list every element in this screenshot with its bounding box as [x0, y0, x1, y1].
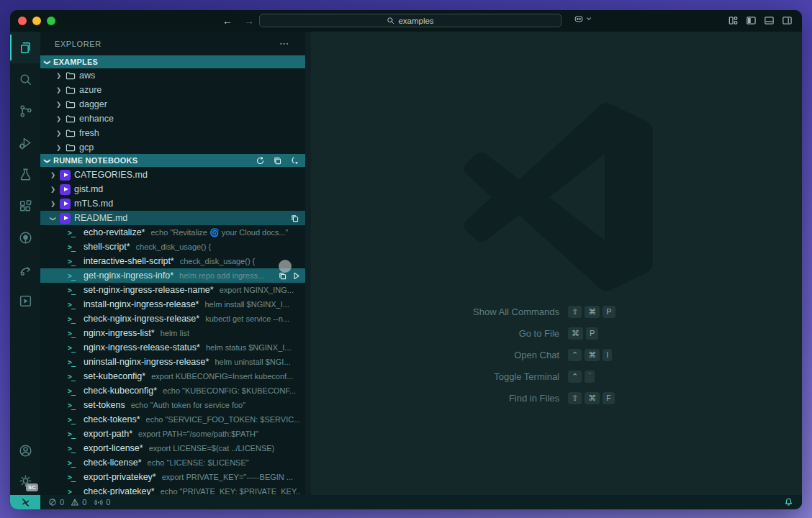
- minimize-button[interactable]: [32, 17, 41, 25]
- activity-source-control[interactable]: [10, 95, 40, 127]
- notebook-file-row[interactable]: gist.md: [40, 182, 305, 196]
- vscode-logo-watermark: [460, 101, 653, 294]
- folder-icon: [66, 114, 76, 123]
- notebook-cell-row[interactable]: check-privatekey* echo "PRIVATE_KEY: $PR…: [40, 484, 305, 495]
- cell-snippet: echo "LICENSE: $LICENSE": [148, 458, 249, 467]
- notebook-file-row[interactable]: CATEGORIES.md: [40, 168, 305, 182]
- more-actions-icon[interactable]: ⋯: [279, 38, 289, 49]
- search-icon: [387, 17, 394, 24]
- notebook-cell-row[interactable]: set-tokens echo "Auth token for service …: [40, 398, 305, 412]
- run-cell-icon[interactable]: [292, 271, 301, 281]
- share-arrow-icon: [18, 262, 33, 277]
- notebook-cell-row[interactable]: export-path* export PATH="/some/path:$PA…: [40, 427, 305, 441]
- desktop: { "titlebar": { "search_value": "example…: [0, 0, 812, 518]
- copy-icon[interactable]: [290, 214, 299, 223]
- activity-runme-deploy[interactable]: [10, 253, 40, 285]
- activity-extensions[interactable]: [10, 190, 40, 222]
- activity-account[interactable]: [10, 435, 40, 466]
- command-center-search[interactable]: examples: [259, 14, 561, 27]
- keycap: ⇧: [568, 306, 582, 318]
- section-runme-notebooks[interactable]: RUNME NOTEBOOKS: [40, 154, 305, 167]
- cell-name: check-kubeconfig*: [84, 386, 157, 396]
- copy-icon[interactable]: [273, 156, 282, 165]
- close-button[interactable]: [18, 17, 27, 25]
- notebook-cell-row[interactable]: check-license* echo "LICENSE: $LICENSE": [40, 455, 305, 470]
- notebook-cell-row[interactable]: check-nginx-ingress-release* kubectl get…: [40, 312, 305, 326]
- activity-runme-notebooks[interactable]: [10, 285, 40, 317]
- cell-snippet: echo "KUBECONFIG: $KUBECONF...: [163, 386, 296, 395]
- notebook-cell-row[interactable]: shell-script* check_disk_usage() {: [40, 240, 305, 254]
- activity-settings[interactable]: SC: [10, 466, 40, 495]
- folder-row[interactable]: fresh: [40, 126, 305, 140]
- sidebar-scrollbar[interactable]: [305, 32, 311, 495]
- keycap: F: [603, 392, 615, 404]
- remote-indicator[interactable]: [10, 495, 40, 509]
- ports-indicator[interactable]: 0: [94, 498, 110, 506]
- terminal-icon: [68, 488, 78, 496]
- notebook-cell-row[interactable]: set-kubeconfig* export KUBECONFIG=Insert…: [40, 369, 305, 383]
- notebook-cell-row[interactable]: set-nginx-ingress-release-name* export N…: [40, 283, 305, 297]
- terminal-icon: [68, 286, 78, 294]
- notebook-cell-row[interactable]: get-nginx-ingress-info* helm repo add in…: [40, 268, 305, 283]
- keycap: `: [585, 371, 595, 383]
- notifications-bell[interactable]: [784, 497, 793, 508]
- chevron-icon: [50, 200, 56, 207]
- folder-row[interactable]: enhance: [40, 112, 305, 126]
- notebook-cell-row[interactable]: export-license* export LICENSE=$(cat ../…: [40, 441, 305, 455]
- github-icon: [18, 230, 33, 245]
- activity-run-debug[interactable]: [10, 127, 40, 158]
- activity-search[interactable]: [10, 63, 40, 95]
- customize-layout-icon[interactable]: [728, 15, 739, 26]
- notebook-file-row[interactable]: mTLS.md: [40, 196, 305, 211]
- notebook-cell-row[interactable]: nginx-ingress-release-status* helm statu…: [40, 340, 305, 355]
- cell-name: shell-script*: [84, 242, 130, 252]
- file-actions: [290, 214, 299, 223]
- notebook-cell-row[interactable]: echo-revitalize* echo "Revitalize 🌀 your…: [40, 225, 305, 240]
- runme-file-icon: [60, 213, 71, 224]
- notebook-file-row[interactable]: README.md: [40, 211, 305, 225]
- cell-snippet: export PRIVATE_KEY="-----BEGIN ...: [162, 473, 293, 481]
- search-value: examples: [398, 17, 433, 25]
- section-runme-label: RUNME NOTEBOOKS: [53, 156, 137, 165]
- cell-name: interactive-shell-script*: [84, 256, 174, 266]
- folder-row[interactable]: azure: [40, 83, 305, 97]
- refresh-icon[interactable]: [256, 156, 265, 165]
- terminal-icon: [68, 315, 78, 323]
- notebook-cell-row[interactable]: check-kubeconfig* echo "KUBECONFIG: $KUB…: [40, 383, 305, 398]
- sidebar-explorer: EXPLORER ⋯ EXAMPLES aws azure dagger: [40, 32, 305, 495]
- activity-explorer[interactable]: [10, 32, 40, 63]
- folder-row[interactable]: aws: [40, 68, 305, 83]
- file-name: CATEGORIES.md: [74, 170, 148, 180]
- notebook-cell-row[interactable]: interactive-shell-script* check_disk_usa…: [40, 254, 305, 268]
- chevron-right-icon: [55, 86, 62, 94]
- activity-github[interactable]: [10, 222, 40, 253]
- notebook-cell-row[interactable]: install-nginx-ingress-release* helm inst…: [40, 297, 305, 312]
- shortcut-keys: ⇧⌘P: [568, 306, 802, 318]
- problems-indicator[interactable]: 0 0: [48, 498, 86, 506]
- notebook-cell-row[interactable]: nginx-ingress-list* helm list: [40, 326, 305, 340]
- notebook-cell-row[interactable]: export-privatekey* export PRIVATE_KEY="-…: [40, 470, 305, 484]
- terminal-icon: [68, 473, 78, 481]
- notebook-cell-row[interactable]: uninstall-nginx-ingress-release* helm un…: [40, 355, 305, 369]
- notebook-cell-row[interactable]: check-tokens* echo "SERVICE_FOO_TOKEN: $…: [40, 412, 305, 427]
- forward-icon[interactable]: →: [244, 15, 254, 27]
- folder-row[interactable]: dagger: [40, 97, 305, 112]
- shortcut-row: Open Chat ⌃⌘I: [325, 349, 802, 361]
- back-icon[interactable]: ←: [222, 15, 233, 27]
- zoom-button[interactable]: [47, 17, 55, 25]
- toggle-primary-sidebar-icon[interactable]: [746, 15, 757, 26]
- file-name: README.md: [74, 213, 127, 223]
- extensions-icon: [18, 199, 33, 214]
- cell-name: nginx-ingress-list*: [84, 328, 155, 338]
- folder-row[interactable]: gcp: [40, 140, 305, 154]
- activity-testing[interactable]: [10, 158, 40, 190]
- remote-icon: [21, 498, 30, 507]
- cell-snippet: echo "PRIVATE_KEY: $PRIVATE_KEY...": [161, 487, 301, 495]
- toggle-secondary-sidebar-icon[interactable]: [782, 15, 793, 26]
- files-icon: [18, 40, 33, 55]
- braces-icon[interactable]: [290, 156, 299, 165]
- toggle-panel-icon[interactable]: [764, 15, 775, 26]
- keycap: P: [603, 306, 615, 318]
- copilot-menu[interactable]: [573, 13, 592, 24]
- section-examples[interactable]: EXAMPLES: [40, 55, 305, 68]
